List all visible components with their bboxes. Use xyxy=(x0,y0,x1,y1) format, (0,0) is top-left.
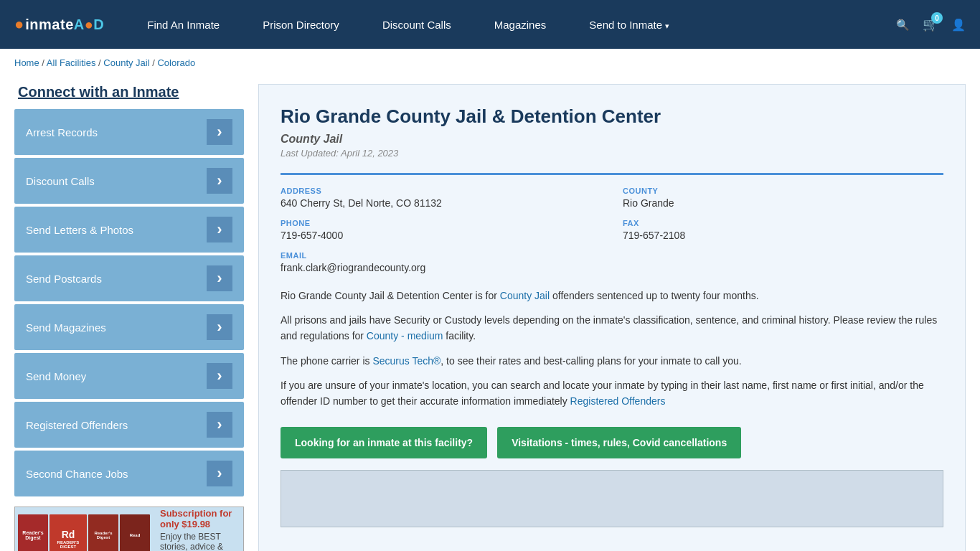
chevron-icon-8 xyxy=(217,464,222,483)
sidebar-item-label-send-money: Send Money xyxy=(26,370,86,382)
address-block: ADDRESS 640 Cherry St, Del Norte, CO 811… xyxy=(281,187,601,209)
cart-icon-wrap[interactable]: 🛒 0 xyxy=(923,17,938,32)
chevron-icon-4 xyxy=(217,269,222,288)
sidebar-item-label-arrest-records: Arrest Records xyxy=(26,126,98,138)
ad-tagline: Enjoy the BEST stories, advice & jokes! xyxy=(160,532,236,551)
address-label: ADDRESS xyxy=(281,187,601,195)
phone-label: PHONE xyxy=(281,219,601,227)
address-value: 640 Cherry St, Del Norte, CO 81132 xyxy=(281,197,601,209)
link-county-jail[interactable]: County Jail xyxy=(500,290,550,301)
sidebar-item-label-discount-calls: Discount Calls xyxy=(26,175,95,187)
link-county-medium[interactable]: County - medium xyxy=(367,330,443,342)
rd-cover-1: Reader'sDigest xyxy=(18,514,48,551)
chevron-icon xyxy=(217,123,222,141)
rd-cover-3: Read xyxy=(120,514,150,551)
logo[interactable]: ● inmateA●D xyxy=(14,15,104,34)
facility-desc-1: Rio Grande County Jail & Detention Cente… xyxy=(281,288,943,303)
breadcrumb-colorado[interactable]: Colorado xyxy=(157,57,195,68)
sidebar-title: Connect with an Inmate xyxy=(14,84,244,100)
fax-value: 719-657-2108 xyxy=(623,230,943,241)
chevron-icon-7 xyxy=(217,415,222,434)
facility-info-grid: ADDRESS 640 Cherry St, Del Norte, CO 811… xyxy=(281,173,943,273)
facility-type: County Jail xyxy=(281,133,943,146)
sidebar-item-send-postcards[interactable]: Send Postcards xyxy=(14,255,244,301)
main-content: Connect with an Inmate Arrest Records Di… xyxy=(0,77,980,551)
dropdown-caret-icon xyxy=(665,19,669,31)
nav-prison-directory[interactable]: Prison Directory xyxy=(241,0,361,49)
sidebar-item-label-second-chance-jobs: Second Chance Jobs xyxy=(26,468,128,480)
nav-find-inmate[interactable]: Find An Inmate xyxy=(126,0,241,49)
sidebar-arrow-registered-offenders xyxy=(207,412,232,438)
ad-subscription-text: 1 Year Subscription for only $19.98 xyxy=(160,507,236,529)
ad-text: 1 Year Subscription for only $19.98 Enjo… xyxy=(153,507,243,551)
rd-cover-2: Reader'sDigest xyxy=(88,514,118,551)
sidebar-item-label-send-letters: Send Letters & Photos xyxy=(26,224,133,236)
fax-label: FAX xyxy=(623,219,943,227)
sidebar: Connect with an Inmate Arrest Records Di… xyxy=(14,84,244,551)
header-icons: 🛒 0 xyxy=(896,17,966,32)
county-value: Rio Grande xyxy=(623,197,943,209)
email-block: EMAIL frank.clark@riograndecounty.org xyxy=(281,251,601,273)
looking-for-inmate-button[interactable]: Looking for an inmate at this facility? xyxy=(281,427,487,458)
county-block: COUNTY Rio Grande xyxy=(623,187,943,209)
sidebar-item-send-magazines[interactable]: Send Magazines xyxy=(14,304,244,350)
sidebar-arrow-send-letters xyxy=(207,217,232,242)
sidebar-arrow-discount-calls xyxy=(207,168,232,194)
main-nav: Find An Inmate Prison Directory Discount… xyxy=(126,0,896,49)
sidebar-item-label-send-magazines: Send Magazines xyxy=(26,321,106,334)
sidebar-item-label-send-postcards: Send Postcards xyxy=(26,273,102,285)
chevron-icon-6 xyxy=(217,367,222,385)
sidebar-item-label-registered-offenders: Registered Offenders xyxy=(26,419,128,431)
cart-badge: 0 xyxy=(931,12,943,24)
sidebar-item-arrest-records[interactable]: Arrest Records xyxy=(14,109,244,155)
rd-cover-main: Rd READER'S DIGEST xyxy=(50,514,87,551)
facility-desc-3: The phone carrier is Securus Tech®, to s… xyxy=(281,353,943,369)
fax-block: FAX 719-657-2108 xyxy=(623,219,943,241)
breadcrumb: Home / All Facilities / County Jail / Co… xyxy=(0,49,980,77)
logo-text: inmateA●D xyxy=(25,17,104,33)
link-securus[interactable]: Securus Tech® xyxy=(372,355,440,367)
sidebar-arrow-send-magazines xyxy=(207,314,232,340)
sidebar-item-send-letters-photos[interactable]: Send Letters & Photos xyxy=(14,207,244,253)
sidebar-arrow-second-chance-jobs xyxy=(207,461,232,486)
header: ● inmateA●D Find An Inmate Prison Direct… xyxy=(0,0,980,49)
sidebar-item-second-chance-jobs[interactable]: Second Chance Jobs xyxy=(14,451,244,496)
nav-send-to-inmate[interactable]: Send to Inmate xyxy=(567,0,691,49)
county-label: COUNTY xyxy=(623,187,943,195)
facility-desc-2: All prisons and jails have Security or C… xyxy=(281,312,943,344)
visitations-button[interactable]: Visitations - times, rules, Covid cancel… xyxy=(497,427,741,458)
facility-last-updated: Last Updated: April 12, 2023 xyxy=(281,148,943,159)
user-icon[interactable] xyxy=(951,18,966,32)
sidebar-item-send-money[interactable]: Send Money xyxy=(14,353,244,399)
chevron-icon-3 xyxy=(217,220,222,239)
sidebar-item-discount-calls[interactable]: Discount Calls xyxy=(14,158,244,204)
logo-icon: ● xyxy=(14,15,24,34)
facility-desc-4: If you are unsure of your inmate's locat… xyxy=(281,377,943,410)
nav-discount-calls[interactable]: Discount Calls xyxy=(361,0,473,49)
sidebar-arrow-send-postcards xyxy=(207,265,232,291)
facility-detail: Rio Grande County Jail & Detention Cente… xyxy=(258,84,966,551)
breadcrumb-county-jail[interactable]: County Jail xyxy=(103,57,149,68)
search-icon[interactable] xyxy=(896,17,910,32)
sidebar-arrow-send-money xyxy=(207,363,232,389)
sidebar-item-registered-offenders[interactable]: Registered Offenders xyxy=(14,402,244,448)
email-label: EMAIL xyxy=(281,251,601,260)
action-buttons: Looking for an inmate at this facility? … xyxy=(281,427,943,458)
link-registered-offenders[interactable]: Registered Offenders xyxy=(570,395,666,407)
breadcrumb-all-facilities[interactable]: All Facilities xyxy=(47,57,96,68)
email-value: frank.clark@riograndecounty.org xyxy=(281,262,601,273)
chevron-icon-2 xyxy=(217,171,222,190)
facility-name: Rio Grande County Jail & Detention Cente… xyxy=(281,105,943,128)
breadcrumb-home[interactable]: Home xyxy=(14,57,39,68)
phone-block: PHONE 719-657-4000 xyxy=(281,219,601,241)
nav-magazines[interactable]: Magazines xyxy=(473,0,568,49)
map-placeholder xyxy=(281,470,943,527)
sidebar-menu: Arrest Records Discount Calls Send Lette… xyxy=(14,109,244,496)
ad-covers: Reader'sDigest Rd READER'S DIGEST Reader… xyxy=(15,512,153,551)
chevron-icon-5 xyxy=(217,318,222,336)
sidebar-arrow-arrest-records xyxy=(207,119,232,145)
advertisement: Reader'sDigest Rd READER'S DIGEST Reader… xyxy=(14,507,244,551)
phone-value: 719-657-4000 xyxy=(281,230,601,241)
